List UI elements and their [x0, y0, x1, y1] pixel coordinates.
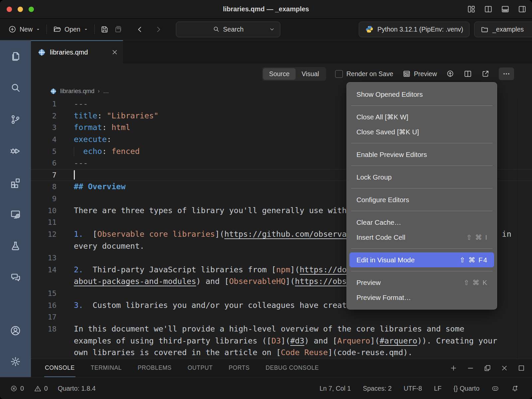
status-item-quarto[interactable]: {} Quarto — [454, 385, 479, 392]
top-toolbar: New Open Search Python 3.12.1 (P — [0, 19, 532, 40]
python-logo-icon — [365, 25, 374, 34]
status-item-ln-7-col-1[interactable]: Ln 7, Col 1 — [320, 385, 351, 392]
code-token: npm — [276, 265, 290, 274]
activity-comments-icon[interactable] — [10, 272, 21, 283]
activity-testing-icon[interactable] — [10, 240, 21, 252]
status-item-bell[interactable] — [511, 385, 519, 392]
activity-sessions-icon[interactable] — [10, 208, 21, 220]
source-mode-button[interactable]: Source — [263, 68, 296, 80]
panel-square-icon[interactable] — [517, 364, 525, 372]
menu-item-preview-format[interactable]: Preview Format… — [346, 290, 497, 305]
open-button[interactable]: Open — [50, 22, 91, 37]
activity-run-debug-icon[interactable] — [10, 145, 21, 157]
split-editor-view-icon[interactable] — [484, 5, 493, 14]
status-item-copilot[interactable] — [491, 385, 499, 392]
line-number: 12 — [31, 228, 57, 240]
menu-item-enable-preview-editors[interactable]: Enable Preview Editors — [346, 147, 497, 162]
code-token: D3 — [271, 336, 281, 345]
secondary-sidebar-icon[interactable] — [518, 5, 527, 14]
render-on-save-checkbox[interactable] — [335, 70, 343, 78]
panel-tab-console[interactable]: CONSOLE — [44, 359, 75, 377]
panel-tab-output[interactable]: OUTPUT — [187, 359, 213, 377]
panel-tab-terminal[interactable]: TERMINAL — [90, 359, 122, 377]
render-on-save-label: Render on Save — [346, 70, 393, 78]
interpreter-selector[interactable]: Python 3.12.1 (PipEnv: .venv) — [359, 22, 469, 37]
line-number — [31, 276, 57, 288]
panel-tab-problems[interactable]: PROBLEMS — [137, 359, 172, 377]
code-token: [ — [332, 336, 337, 345]
menu-item-insert-code-cell[interactable]: Insert Code Cell⇧ ⌘ I — [346, 230, 497, 245]
minimize-window-button[interactable] — [18, 7, 23, 12]
panel-dash-icon[interactable] — [466, 364, 474, 372]
menu-item-label: Lock Group — [356, 173, 392, 181]
preview-button[interactable]: Preview — [402, 69, 437, 78]
close-tab-icon[interactable] — [111, 49, 118, 56]
activity-account-icon[interactable] — [10, 325, 21, 336]
open-in-new-window-icon[interactable] — [481, 69, 490, 78]
menu-item-close-saved-k-u[interactable]: Close Saved [⌘K U] — [346, 124, 497, 139]
panel-restore-icon[interactable] — [483, 364, 491, 372]
code-line-content[interactable]: In this document we'll provide a high-le… — [57, 323, 532, 335]
status-item-quarto-1-8-4[interactable]: Quarto: 1.8.4 — [58, 385, 96, 392]
menu-item-preview[interactable]: Preview⇧ ⌘ K — [346, 275, 497, 290]
code-line-wrap[interactable]: examples of using third-party libraries … — [31, 335, 532, 347]
panel-close-icon[interactable] — [500, 364, 508, 372]
status-item-label: 0 — [44, 385, 48, 392]
close-window-button[interactable] — [7, 7, 12, 12]
code-line-17[interactable]: 17 — [31, 311, 532, 323]
project-button[interactable]: _examples — [474, 22, 532, 37]
menu-item-label: Close All [⌘K W] — [356, 113, 408, 121]
menu-separator — [351, 166, 492, 166]
status-item-0[interactable]: 0 — [10, 385, 24, 392]
code-line-content[interactable] — [57, 311, 532, 323]
folder-open-icon — [53, 25, 62, 34]
menu-item-clear-cache[interactable]: Clear Cache… — [346, 215, 497, 230]
line-number: 4 — [31, 134, 57, 146]
activity-extensions-icon[interactable] — [10, 177, 21, 189]
code-line-content[interactable]: own libraries is covered in the article … — [57, 347, 532, 359]
status-item-spaces-2[interactable]: Spaces: 2 — [363, 385, 392, 392]
navigate-forward-button[interactable] — [152, 23, 165, 36]
activity-settings-icon[interactable] — [10, 356, 21, 367]
code-token: every document. — [74, 241, 144, 251]
status-bar: 00Quarto: 1.8.4 Ln 7, Col 1Spaces: 2UTF-… — [0, 377, 532, 399]
render-on-save[interactable]: Render on Save — [335, 70, 393, 78]
more-actions-button[interactable] — [499, 67, 514, 80]
breadcrumb-more[interactable]: … — [103, 88, 109, 95]
activity-explorer-icon[interactable] — [10, 51, 21, 62]
code-line-18[interactable]: 18In this document we'll provide a high-… — [31, 323, 532, 335]
menu-item-edit-in-visual-mode[interactable]: Edit in Visual Mode⇧ ⌘ F4 — [349, 252, 494, 267]
status-item-lf[interactable]: LF — [434, 385, 442, 392]
status-item-0[interactable]: 0 — [34, 385, 48, 392]
code-line-content[interactable]: examples of using third-party libraries … — [57, 335, 532, 347]
menu-item-lock-group[interactable]: Lock Group — [346, 170, 497, 185]
navigate-back-button[interactable] — [133, 23, 147, 36]
tab-libraries-qmd[interactable]: libraries.qmd — [31, 40, 123, 64]
menu-item-label: Show Opened Editors — [356, 90, 423, 98]
render-icon[interactable] — [446, 69, 455, 78]
menu-item-close-all-k-w[interactable]: Close All [⌘K W] — [346, 109, 497, 124]
activity-source-control-icon[interactable] — [10, 114, 21, 125]
save-button[interactable] — [98, 23, 111, 36]
panel-tab-ports[interactable]: PORTS — [228, 359, 250, 377]
copilot-icon — [491, 385, 499, 392]
panel-bottom-icon[interactable] — [501, 5, 510, 14]
split-editor-icon[interactable] — [464, 69, 472, 78]
customize-layout-icon[interactable] — [467, 5, 476, 14]
panel-tab-debug-console[interactable]: DEBUG CONSOLE — [265, 359, 320, 377]
visual-mode-button[interactable]: Visual — [296, 68, 325, 80]
new-button[interactable]: New — [5, 22, 43, 37]
zoom-window-button[interactable] — [29, 7, 34, 12]
breadcrumb-file[interactable]: libraries.qmd — [60, 88, 94, 95]
editor-action-bar: Source Visual Render on Save Preview — [31, 64, 532, 84]
status-item-utf-8[interactable]: UTF-8 — [404, 385, 422, 392]
code-line-wrap[interactable]: own libraries is covered in the article … — [31, 347, 532, 359]
activity-search-icon[interactable] — [10, 82, 21, 94]
save-all-button[interactable] — [111, 23, 125, 36]
menu-item-show-opened-editors[interactable]: Show Opened Editors — [346, 87, 497, 102]
preview-icon — [402, 69, 411, 78]
search-box[interactable]: Search — [176, 22, 280, 37]
menu-item-configure-editors[interactable]: Configure Editors — [346, 192, 497, 207]
menu-separator — [351, 211, 492, 211]
panel-plus-icon[interactable] — [450, 364, 458, 372]
